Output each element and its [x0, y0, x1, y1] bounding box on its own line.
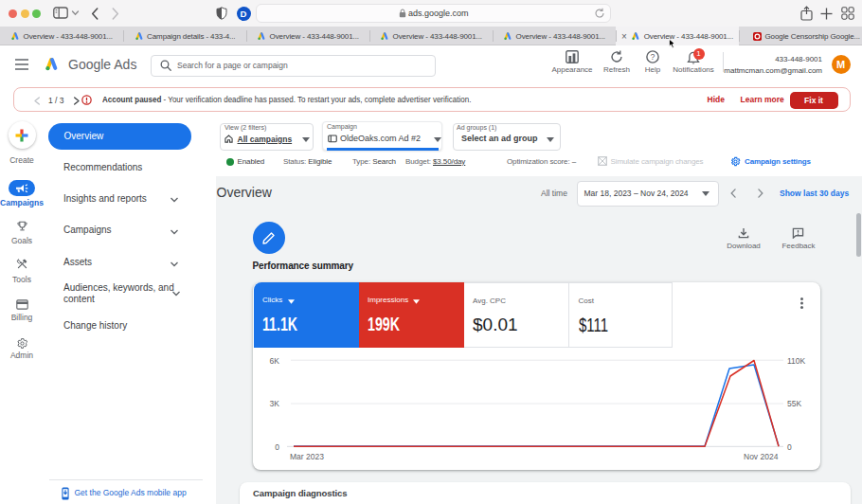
svg-text:Nov 2024: Nov 2024 — [744, 452, 779, 461]
svg-text:0: 0 — [787, 442, 792, 452]
svg-text:Mar 2023: Mar 2023 — [290, 452, 324, 461]
svg-text:110K: 110K — [787, 356, 806, 366]
svg-text:3K: 3K — [270, 399, 280, 408]
svg-text:6K: 6K — [270, 356, 280, 366]
svg-text:0: 0 — [275, 442, 279, 452]
svg-text:55K: 55K — [787, 399, 801, 408]
svg-text:?: ? — [651, 52, 655, 62]
